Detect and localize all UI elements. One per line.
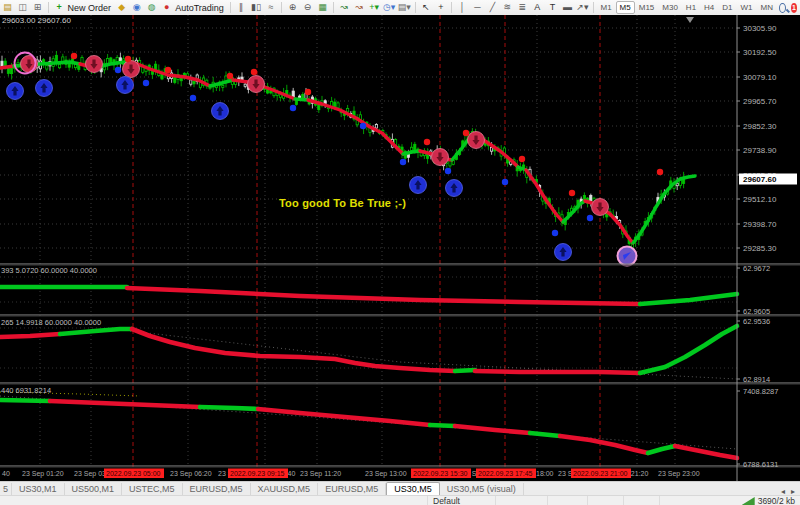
timeframe-d1[interactable]: D1: [718, 1, 736, 14]
candles-chart-icon[interactable]: ▮▯: [249, 1, 262, 14]
bars-chart-icon[interactable]: ∥: [234, 1, 247, 14]
timeframe-h4[interactable]: H4: [700, 1, 718, 14]
buy-dot: [587, 215, 593, 221]
vline-icon[interactable]: │: [456, 1, 469, 14]
timeframe-h1[interactable]: H1: [682, 1, 700, 14]
label-icon[interactable]: T: [546, 1, 559, 14]
status-message: [0, 496, 428, 505]
indicator-label: 393 5.0720 60.0000 40.0000: [1, 266, 97, 275]
svg-text:29852.30: 29852.30: [743, 122, 777, 131]
svg-text:6788.6131: 6788.6131: [743, 460, 778, 469]
template-dropdown[interactable]: ▤▾: [398, 1, 411, 14]
trendline-icon[interactable]: ╱: [486, 1, 499, 14]
timeframe-m1[interactable]: M1: [596, 1, 615, 14]
buy-dot: [190, 95, 196, 101]
arrows-dropdown[interactable]: ↗▾: [576, 1, 589, 14]
sell-dot: [251, 69, 257, 75]
chart-canvas[interactable]: 393 5.0720 60.0000 40.0000265 14.9918 60…: [0, 15, 800, 481]
add-indicator-dropdown[interactable]: +▾: [368, 1, 381, 14]
sell-dot: [125, 56, 131, 62]
svg-text:62.9536: 62.9536: [743, 317, 770, 326]
svg-text:62.9672: 62.9672: [743, 264, 770, 273]
autotrading-icon[interactable]: ●: [160, 1, 173, 14]
toolbar-separator: [333, 2, 334, 13]
buy-dot: [115, 67, 121, 73]
svg-text:62.8914: 62.8914: [743, 375, 770, 384]
toolbar: ▤◫⊞+New Order◆◉◍●AutoTrading∥▮▯≈⊕⊖▦↝↝+▾◷…: [0, 0, 800, 16]
profile-cell[interactable]: Default: [428, 496, 496, 505]
indicator-a-icon[interactable]: ↝: [338, 1, 351, 14]
timeframe-m30[interactable]: M30: [658, 1, 682, 14]
status-bar: Default3690/2 kb: [0, 495, 800, 505]
channel-icon[interactable]: ≋: [501, 1, 514, 14]
svg-text:2022.09.23 17:45: 2022.09.23 17:45: [478, 470, 533, 477]
globe-icon[interactable]: ◍: [145, 1, 158, 14]
sell-dot: [569, 190, 575, 196]
sell-dot: [165, 67, 171, 73]
indicator-label: 265 14.9918 60.0000 40.0000: [1, 318, 101, 327]
zoom-in-icon[interactable]: ⊕: [286, 1, 299, 14]
sell-dot: [227, 73, 233, 79]
search-icon[interactable]: [779, 3, 786, 13]
periods-dropdown[interactable]: ◷▾: [383, 1, 396, 14]
new-chart-icon[interactable]: ▤: [1, 1, 14, 14]
fibonacci-icon[interactable]: ≣: [516, 1, 529, 14]
sell-dot: [657, 169, 663, 175]
svg-text:23 Sep 06:20: 23 Sep 06:20: [170, 470, 212, 478]
timeframe-m5[interactable]: M5: [616, 1, 635, 14]
svg-text:29738.90: 29738.90: [743, 146, 777, 155]
expert-advisors-icon[interactable]: ◆: [115, 1, 128, 14]
chart-window[interactable]: 29603.00 29607.60 Too good To Be True ;-…: [0, 15, 800, 481]
cursor-icon[interactable]: ↖: [419, 1, 432, 14]
crosshair-icon[interactable]: +: [434, 1, 447, 14]
buy-dot: [360, 123, 366, 129]
buy-dot: [552, 230, 558, 236]
svg-text:2022.09.23 15:30: 2022.09.23 15:30: [413, 470, 468, 477]
indicator-label: 440 6931.8214: [1, 386, 51, 395]
connection-bars-icon: [742, 497, 755, 505]
chart-tab-us30-m5[interactable]: US30,M5: [386, 482, 440, 496]
zoom-out-icon[interactable]: ⊖: [301, 1, 314, 14]
svg-text:29965.70: 29965.70: [743, 97, 777, 106]
svg-text:30192.50: 30192.50: [743, 48, 777, 57]
notification-badge[interactable]: 1: [791, 3, 797, 13]
hline-icon[interactable]: ─: [471, 1, 484, 14]
svg-text:29512.10: 29512.10: [743, 195, 777, 204]
svg-text:2022.09.23 05:00: 2022.09.23 05:00: [106, 470, 161, 477]
sell-dot: [519, 156, 525, 162]
status-cell-3: [588, 496, 624, 505]
sell-dot: [71, 53, 77, 59]
autotrading-button[interactable]: AutoTrading: [175, 3, 224, 13]
toolbar-separator: [230, 2, 231, 13]
chart-annotation: Too good To Be True ;-): [277, 197, 408, 209]
status-cell-4: [624, 496, 660, 505]
text-icon[interactable]: A: [531, 1, 544, 14]
chart-tabs-bar: 5US30,M1US500,M1USTEC,M5EURUSD,M5XAUUSD,…: [0, 481, 800, 496]
svg-text:30079.10: 30079.10: [743, 73, 777, 82]
shapes-icon[interactable]: ▬: [561, 1, 574, 14]
indicator-b-icon[interactable]: ↝: [353, 1, 366, 14]
tile-windows-icon[interactable]: ▦: [316, 1, 329, 14]
timeframe-m15[interactable]: M15: [635, 1, 659, 14]
svg-text:29285.30: 29285.30: [743, 244, 777, 253]
svg-text:23 Sep 23:00: 23 Sep 23:00: [658, 470, 700, 478]
buy-dot: [400, 159, 406, 165]
timeframe-w1[interactable]: W1: [737, 1, 757, 14]
timeframe-mn[interactable]: MN: [757, 1, 777, 14]
mt4-window: { "toolbar": { "new_order_label": "New O…: [0, 0, 800, 505]
svg-text:2022.09.23 21:00: 2022.09.23 21:00: [573, 470, 628, 477]
new-order-button[interactable]: New Order: [68, 3, 112, 13]
profiles-icon[interactable]: ◫: [16, 1, 29, 14]
svg-text:23 Sep 01:20: 23 Sep 01:20: [22, 470, 64, 478]
data-window-icon[interactable]: ⊞: [31, 1, 44, 14]
new-order-icon[interactable]: +: [53, 1, 66, 14]
svg-text:62.9605: 62.9605: [743, 307, 770, 316]
svg-text:18:00: 18:00: [536, 470, 554, 477]
chart-profile-icon[interactable]: ◉: [130, 1, 143, 14]
svg-text:29607.60: 29607.60: [743, 175, 777, 184]
line-chart-icon[interactable]: ≈: [264, 1, 277, 14]
buy-dot: [502, 179, 508, 185]
toolbar-separator: [415, 2, 416, 13]
status-cell-2: [548, 496, 588, 505]
status-cell-1: [496, 496, 548, 505]
